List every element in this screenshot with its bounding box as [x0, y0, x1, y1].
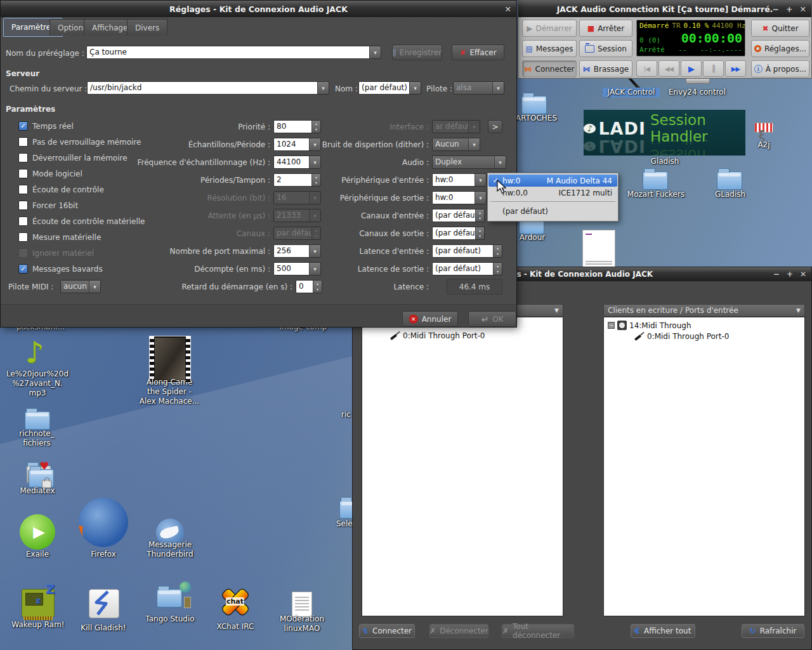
chevron-down-icon[interactable]: ▾	[475, 192, 486, 204]
realtime-checkbox[interactable]: ✓	[18, 121, 28, 131]
spin-buttons[interactable]: ▴▾	[475, 227, 484, 239]
patchbay-button[interactable]: ⋈ Brassage	[579, 60, 632, 77]
ok-button[interactable]: ↵ OK	[468, 311, 516, 327]
menu-item-hw00[interactable]: hw:0,0 ICE1712 multi	[488, 187, 617, 199]
desktop-icon-exaile[interactable]: Exaile	[22, 550, 53, 559]
spin-buttons[interactable]: ▴▾	[475, 209, 484, 222]
desktop-icon-mediatex[interactable]: Mediatex	[16, 486, 58, 496]
cartouches-folder-icon[interactable]	[521, 96, 547, 114]
verbose-checkbox[interactable]: ✓	[18, 264, 28, 274]
messages-button[interactable]: ▤ Messages	[522, 40, 577, 57]
client-port-row[interactable]: 0:Midi Through Port-0	[634, 332, 729, 341]
erase-preset-button[interactable]: ✘ Effacer	[452, 44, 504, 60]
chevron-down-icon[interactable]: ▾	[468, 138, 480, 150]
unlock-mem-checkbox[interactable]	[18, 153, 28, 162]
outdevice-combo[interactable]: hw:0 ▾	[432, 191, 487, 204]
stop-button[interactable]: ■ Arrêter	[579, 20, 632, 37]
desktop-icon-cartouches[interactable]: ARTOCHES	[516, 114, 556, 123]
preset-combo[interactable]: Ça tourne ▾	[86, 46, 381, 59]
mozart-folder-icon[interactable]	[643, 171, 668, 190]
desktop-icon-jack-control[interactable]: JACK Control	[603, 88, 660, 97]
menu-item-hw0[interactable]: ✓ hw:0 M Audio Delta 44	[488, 175, 617, 187]
hw-monitor-checkbox[interactable]	[18, 216, 28, 226]
desktop-icon-gladish[interactable]: Gladish	[645, 157, 684, 166]
softmode-checkbox[interactable]	[18, 169, 28, 178]
desktop-icon-gladish-folder[interactable]: GLadish	[712, 190, 749, 199]
chevron-down-icon[interactable]: ▾	[369, 46, 381, 58]
close-button[interactable]: ✕	[800, 270, 806, 279]
quit-button[interactable]: ✖ Quitter	[751, 20, 809, 37]
transport-rewind-button[interactable]: |◀	[636, 60, 657, 77]
hw-meter-checkbox[interactable]	[18, 232, 28, 242]
outchannels-spinbox[interactable]: (par défaut) ▴▾	[432, 227, 485, 240]
refresh-button[interactable]: ↻ Rafraîchir	[742, 624, 804, 638]
close-button[interactable]: ✕	[505, 4, 511, 14]
close-button[interactable]: ✕	[800, 4, 806, 14]
outlatency-spinbox[interactable]: (par défaut) ▴▾	[432, 262, 502, 275]
force16bit-checkbox[interactable]	[18, 201, 28, 210]
desktop-icon-a2j[interactable]: A2j	[752, 140, 775, 150]
no-memlock-checkbox[interactable]	[18, 137, 28, 147]
show-all-button[interactable]: € Afficher tout	[631, 624, 695, 638]
desktop-icon-kill-gladish[interactable]: Kill Gladish!	[76, 623, 131, 633]
desktop-icon-mozart[interactable]: Mozart Fuckers	[627, 190, 685, 199]
ignore-hw-checkbox[interactable]	[18, 248, 28, 258]
jack-main-titlebar[interactable]: JACK Audio Connection Kit [Ça tourne] Dé…	[518, 1, 811, 17]
chevron-down-icon[interactable]: ▾	[492, 82, 504, 94]
chevron-down-icon[interactable]: ▾	[494, 156, 506, 168]
writable-clients-panel[interactable]: − 14:Midi Through 0:Midi Through Port-0	[603, 317, 805, 616]
left-port-row[interactable]: 0:Midi Through Port-0	[390, 331, 485, 340]
interface-combo[interactable]: ar défaut) ▾	[432, 120, 480, 133]
chevron-down-icon[interactable]: ▾	[475, 174, 486, 186]
desktop-icon-along-came[interactable]: Along Came the Spider - Alex Machace...	[138, 378, 200, 406]
minimize-button[interactable]: −	[773, 4, 779, 14]
desktop-icon-thunderbird[interactable]: Messagerie Thunderbird	[142, 540, 198, 559]
chevron-down-icon[interactable]: ▾	[409, 82, 421, 94]
inchannels-spinbox[interactable]: (par défaut) ▴▾	[432, 209, 485, 222]
desktop-icon-envy24[interactable]: Envy24 control	[668, 88, 726, 97]
interface-more-button[interactable]: >	[488, 120, 502, 133]
transport-backward-button[interactable]: ◀◀	[658, 60, 679, 77]
minimize-button[interactable]: −	[773, 270, 780, 279]
spin-buttons[interactable]: ▴▾	[493, 263, 502, 275]
menu-item-default[interactable]: (par défaut)	[488, 205, 617, 217]
dither-combo[interactable]: Aucun ▾	[432, 138, 480, 151]
transport-play-button[interactable]: ▶	[681, 60, 702, 77]
desktop-icon-moderation[interactable]: MOderation linuxMAO	[275, 614, 329, 633]
ladi-session-handler-banner[interactable]: ♪ LADI Session Handler ♪ LADI Session Ha…	[584, 110, 745, 156]
desktop-icon-wakeup-ram[interactable]: Wakeup Ram!	[10, 620, 66, 630]
cancel-button[interactable]: ✕ Annuler	[402, 311, 458, 327]
maximize-button[interactable]: +	[786, 4, 792, 14]
audio-combo[interactable]: Duplex ▾	[432, 156, 506, 169]
monitor-checkbox[interactable]	[18, 185, 28, 194]
maximize-button[interactable]: +	[787, 270, 793, 279]
collapse-expander-icon[interactable]: −	[608, 322, 615, 329]
desktop-icon-richnote[interactable]: richnote_ fichiers	[15, 429, 58, 448]
desktop-icon-firefox[interactable]: Firefox	[88, 550, 119, 559]
settings-button[interactable]: Réglages...	[751, 40, 809, 57]
readable-clients-panel[interactable]: 0:Midi Through Port-0	[362, 317, 563, 616]
writable-clients-header[interactable]: Clients en ecriture / Ports d'entrée ▼	[603, 304, 805, 317]
spin-buttons[interactable]: ▴▾	[493, 245, 502, 257]
transport-pause-button[interactable]: ‖	[703, 60, 724, 77]
indevice-combo[interactable]: hw:0 ▾	[432, 173, 487, 187]
client-row[interactable]: − 14:Midi Through	[608, 321, 691, 330]
desktop-icon-xchat[interactable]: XChat IRC	[213, 622, 258, 632]
start-button[interactable]: ▶ Démarrer	[522, 20, 577, 37]
session-button[interactable]: Session	[579, 40, 632, 57]
disconnect-all-button[interactable]: ✗ Tout déconnecter	[502, 624, 574, 638]
connect-button[interactable]: ⋈ Connecter	[522, 60, 577, 77]
server-path-combo[interactable]: /usr/bin/jackd ▾	[87, 81, 329, 95]
richnote-folder-icon[interactable]	[25, 411, 50, 430]
settings-titlebar[interactable]: Réglages - Kit de Connexion Audio JACK ✕	[1, 1, 516, 17]
chevron-down-icon[interactable]: ▾	[317, 82, 329, 94]
gladish-folder-icon[interactable]	[717, 171, 742, 190]
desktop-icon-mp3[interactable]: Le%20jour%20d %27avant_N. mp3	[5, 369, 70, 398]
driver-combo[interactable]: alsa ▾	[453, 81, 504, 95]
save-preset-button[interactable]: Enregistrer	[392, 44, 442, 60]
desktop-icon-tango[interactable]: Tango Studio	[142, 614, 198, 624]
desktop-icon-ardour[interactable]: Ardour	[517, 233, 547, 242]
disconnect-button[interactable]: ✗ Déconnecter	[429, 624, 488, 638]
about-button[interactable]: i À propos...	[751, 60, 809, 77]
document-icon[interactable]	[582, 230, 615, 269]
